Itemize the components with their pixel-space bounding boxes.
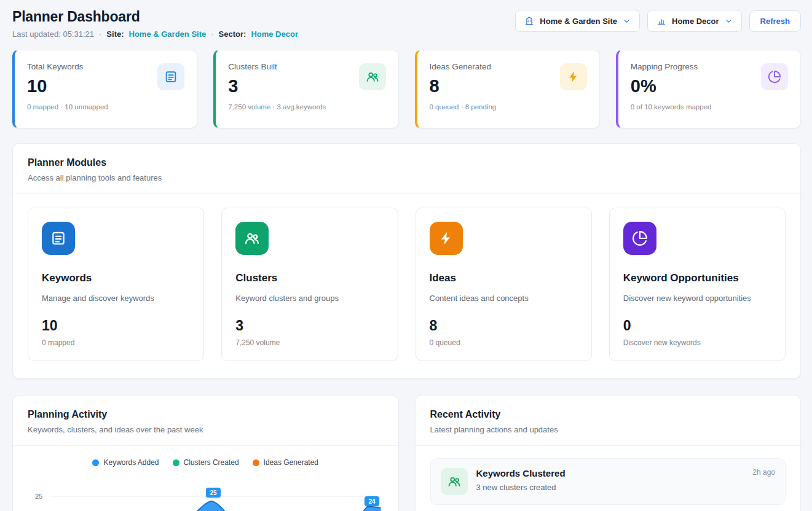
site-link[interactable]: Home & Garden Site — [129, 29, 207, 39]
module-value: 3 — [235, 318, 384, 334]
activity-timestamp: 2h ago — [752, 468, 775, 477]
module-description: Keyword clusters and groups — [235, 294, 384, 303]
data-point-label: 25 — [206, 488, 221, 497]
stat-sub: 7,250 volume · 3 avg keywords — [228, 103, 326, 111]
module-card-ideas[interactable]: Ideas Content ideas and concepts 8 0 que… — [416, 208, 592, 361]
legend-dot — [253, 459, 259, 466]
module-description: Content ideas and concepts — [430, 294, 578, 303]
legend-dot — [92, 459, 99, 466]
activity-area-chart: 25 25 24 — [28, 474, 384, 511]
legend-label: Ideas Generated — [264, 458, 318, 467]
separator-dot: · — [211, 29, 213, 39]
chevron-down-icon — [623, 17, 631, 25]
module-value: 8 — [430, 318, 578, 334]
stat-value: 10 — [27, 77, 108, 95]
stat-label: Ideas Generated — [430, 62, 497, 71]
site-label: Site: — [106, 29, 124, 39]
site-selector-value: Home & Garden Site — [540, 17, 617, 26]
users-icon — [441, 468, 468, 495]
separator-dot: · — [99, 29, 101, 39]
planning-activity-panel: Planning Activity Keywords, clusters, an… — [12, 395, 399, 511]
page-title: Planner Dashboard — [12, 9, 298, 25]
bottom-row: Planning Activity Keywords, clusters, an… — [12, 395, 801, 511]
bolt-icon — [560, 63, 587, 90]
planning-activity-chart-body: Keywords Added Clusters Created Ideas Ge… — [13, 446, 398, 511]
module-card-clusters[interactable]: Clusters Keyword clusters and groups 3 7… — [221, 208, 398, 361]
pie-chart-icon — [761, 63, 788, 90]
legend-item-clusters-created[interactable]: Clusters Created — [173, 458, 239, 467]
stat-label: Mapping Progress — [631, 62, 712, 71]
module-sub: 7,250 volume — [235, 338, 384, 347]
data-point-label: 24 — [365, 496, 379, 506]
y-axis-tick: 25 — [35, 493, 42, 500]
activity-content: Keywords Clustered 2h ago 3 new clusters… — [476, 468, 776, 492]
planning-activity-title: Planning Activity — [28, 409, 384, 420]
pie-chart-icon — [623, 222, 656, 255]
refresh-button[interactable]: Refresh — [749, 10, 801, 32]
recent-activity-subtitle: Latest planning actions and updates — [430, 425, 786, 434]
header-meta: Last updated: 05:31:21 · Site: Home & Ga… — [12, 29, 298, 39]
users-icon — [235, 222, 269, 255]
stat-sub: 0 of 10 keywords mapped — [631, 103, 712, 111]
stats-row: Total Keywords 10 0 mapped · 10 unmapped… — [12, 50, 801, 128]
sector-selector-dropdown[interactable]: Home Decor — [647, 10, 742, 32]
stat-main: Mapping Progress 0% 0 of 10 keywords map… — [631, 62, 712, 118]
sector-label: Sector: — [219, 29, 246, 39]
recent-activity-panel: Recent Activity Latest planning actions … — [415, 395, 802, 511]
stat-label: Total Keywords — [27, 62, 108, 71]
stat-main: Total Keywords 10 0 mapped · 10 unmapped — [27, 62, 108, 118]
module-sub: 0 mapped — [42, 338, 190, 347]
stat-card-ideas-generated[interactable]: Ideas Generated 8 0 queued · 8 pending — [415, 50, 600, 128]
module-title: Ideas — [430, 272, 578, 284]
module-card-keywords[interactable]: Keywords Manage and discover keywords 10… — [28, 208, 204, 361]
last-updated-text: Last updated: 05:31:21 — [12, 29, 94, 39]
legend-label: Keywords Added — [103, 458, 159, 467]
recent-activity-list: Keywords Clustered 2h ago 3 new clusters… — [416, 446, 801, 511]
recent-activity-title: Recent Activity — [430, 409, 786, 420]
header-controls: Home & Garden Site Home Decor Refresh — [515, 10, 801, 32]
module-value: 10 — [42, 318, 190, 334]
planner-modules-panel: Planner Modules Access all planning tool… — [12, 143, 801, 379]
modules-panel-title: Planner Modules — [28, 157, 786, 168]
site-selector-dropdown[interactable]: Home & Garden Site — [515, 10, 640, 32]
planning-activity-header: Planning Activity Keywords, clusters, an… — [13, 396, 398, 446]
stat-card-clusters-built[interactable]: Clusters Built 3 7,250 volume · 3 avg ke… — [213, 50, 398, 128]
stat-main: Clusters Built 3 7,250 volume · 3 avg ke… — [228, 62, 326, 118]
module-sub: Discover new keywords — [623, 338, 771, 347]
chart-legend: Keywords Added Clusters Created Ideas Ge… — [28, 458, 384, 467]
stat-main: Ideas Generated 8 0 queued · 8 pending — [430, 62, 497, 118]
stat-card-total-keywords[interactable]: Total Keywords 10 0 mapped · 10 unmapped — [12, 50, 197, 128]
module-title: Keywords — [42, 272, 190, 284]
modules-panel-header: Planner Modules Access all planning tool… — [13, 144, 800, 194]
planning-activity-subtitle: Keywords, clusters, and ideas over the p… — [28, 425, 384, 434]
sector-selector-value: Home Decor — [672, 17, 719, 26]
stat-sub: 0 queued · 8 pending — [430, 103, 497, 111]
module-title: Clusters — [235, 272, 384, 284]
chevron-down-icon — [725, 17, 733, 25]
module-description: Manage and discover keywords — [42, 294, 190, 303]
module-card-keyword-opportunities[interactable]: Keyword Opportunities Discover new keywo… — [609, 208, 786, 361]
header-left: Planner Dashboard Last updated: 05:31:21… — [12, 9, 298, 39]
document-icon — [42, 222, 75, 255]
bar-chart-icon — [656, 16, 666, 26]
stat-card-mapping-progress[interactable]: Mapping Progress 0% 0 of 10 keywords map… — [616, 50, 801, 128]
document-icon — [157, 63, 184, 90]
stat-sub: 0 mapped · 10 unmapped — [27, 103, 108, 111]
activity-head: Keywords Clustered 2h ago — [476, 468, 776, 478]
legend-dot — [173, 459, 179, 466]
stat-value: 0% — [631, 77, 712, 95]
building-icon — [524, 16, 534, 26]
activity-item-keywords-clustered[interactable]: Keywords Clustered 2h ago 3 new clusters… — [430, 458, 786, 505]
recent-activity-header: Recent Activity Latest planning actions … — [416, 396, 801, 446]
modules-panel-subtitle: Access all planning tools and features — [28, 173, 786, 182]
legend-item-ideas-generated[interactable]: Ideas Generated — [253, 458, 318, 467]
module-sub: 0 queued — [430, 338, 578, 347]
users-icon — [359, 63, 386, 90]
module-title: Keyword Opportunities — [623, 272, 771, 284]
activity-description: 3 new clusters created — [476, 483, 776, 492]
legend-item-keywords-added[interactable]: Keywords Added — [92, 458, 159, 467]
legend-label: Clusters Created — [184, 458, 239, 467]
sector-link[interactable]: Home Decor — [251, 29, 298, 39]
stat-value: 3 — [228, 77, 326, 95]
module-description: Discover new keyword opportunities — [623, 294, 771, 303]
